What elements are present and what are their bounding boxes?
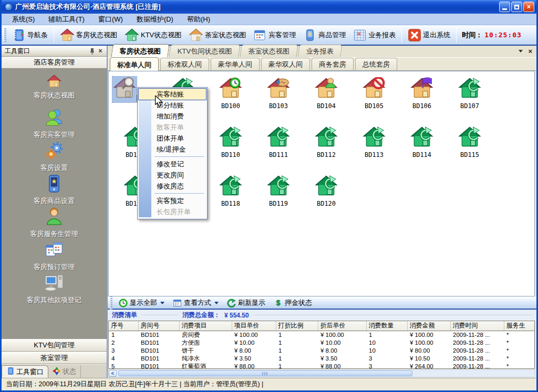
context-menu-item-11[interactable]: 宾客预定	[139, 195, 206, 206]
room-BD114[interactable]: BD114	[399, 125, 445, 158]
sidebar-item-3[interactable]: 客房商品设置	[12, 173, 96, 206]
column-header-8[interactable]: 消费时间	[450, 321, 504, 331]
menu-item-3[interactable]: 数据维护(D)	[130, 14, 180, 25]
gears-icon	[44, 140, 65, 163]
column-header-7[interactable]: 消费金额	[407, 321, 450, 331]
room-BD115[interactable]: BD115	[447, 125, 493, 158]
context-menu-item-2[interactable]: 增加消费	[139, 111, 206, 122]
room-BD107[interactable]: BD107	[447, 77, 493, 110]
room-type-tab-0[interactable]: 标准单人间	[110, 57, 159, 71]
context-menu-item-1[interactable]: 部分结账	[139, 100, 206, 111]
column-header-9[interactable]: 服务生	[504, 321, 534, 331]
context-menu-item-3: 散客开单	[139, 122, 206, 133]
room-BD112[interactable]: BD112	[303, 125, 349, 158]
view-tab-label: 业务报表	[306, 47, 334, 56]
room-type-tab-5[interactable]: 总统套房	[355, 58, 397, 70]
column-header-2[interactable]: 消费项目	[179, 321, 232, 331]
table-cell: ¥ 10.00	[318, 339, 366, 347]
view-tab-2[interactable]: 茶室状态视图	[240, 45, 298, 57]
room-BD103[interactable]: BD103	[255, 77, 302, 110]
column-header-0[interactable]: 序号	[109, 321, 138, 331]
room-BD104[interactable]: BD104	[303, 77, 349, 110]
sidebar-item-1[interactable]: 客房宾客管理	[12, 107, 96, 140]
room-BD106[interactable]: BD106	[399, 77, 445, 110]
menu-item-0[interactable]: 系统(S)	[6, 14, 41, 25]
sidebar-item-0[interactable]: 客房状态视图	[12, 74, 96, 107]
room-BD110[interactable]: BD110	[208, 125, 254, 158]
room-BD100[interactable]: BD100	[208, 77, 254, 110]
view-tab-3[interactable]: 业务报表	[298, 45, 343, 57]
panel-toolbar-button-1[interactable]: 查看方式	[169, 298, 223, 308]
toolbar-button-4[interactable]: 宾客管理	[250, 27, 299, 43]
context-menu-item-8[interactable]: 更改房间	[139, 169, 206, 181]
close-button[interactable]: ×	[523, 2, 534, 12]
sidebar-group-header-label: 酒店客房管理	[34, 58, 75, 67]
sidebar-footer-tab-0[interactable]: 工具窗口	[2, 365, 48, 378]
panel-toolbar-button-0[interactable]: 显示全部	[115, 298, 169, 308]
bottom-toolbar-grip[interactable]	[110, 296, 112, 310]
table-row-2[interactable]: 3BD101饼干¥ 8.001¥ 8.0010¥ 80.002009-11-28…	[109, 347, 534, 355]
room-type-tab-2[interactable]: 豪华单人间	[211, 58, 260, 70]
viewmode-icon	[173, 299, 182, 308]
context-menu-item-7[interactable]: 修改登记	[139, 158, 206, 169]
table-cell: 10	[366, 347, 407, 355]
toolbar-button-6[interactable]: 业务报表	[349, 27, 399, 43]
room-type-tab-4[interactable]: 商务套房	[312, 58, 354, 70]
room-BD118[interactable]: BD118	[208, 174, 254, 207]
maximize-button[interactable]	[511, 2, 522, 12]
context-menu-item-9[interactable]: 修改房态	[139, 181, 206, 192]
column-header-1[interactable]: 房间号	[138, 321, 179, 331]
toolbar-button-1[interactable]: 客房状态视图	[56, 27, 121, 44]
room-BD111[interactable]: BD111	[255, 125, 302, 158]
view-tab-0[interactable]: 客房状态视图	[111, 44, 170, 57]
table-row-1[interactable]: 2BD101方便面¥ 10.001¥ 10.0010¥ 100.002009-1…	[109, 339, 534, 347]
column-header-4[interactable]: 打折比例	[276, 321, 318, 331]
toolbar-button-0[interactable]: 导航条	[8, 27, 51, 43]
sidebar-item-5[interactable]: 客房预订管理	[12, 239, 96, 272]
sidebar-group-header[interactable]: 酒店客房管理	[2, 57, 107, 69]
scrollbar-thumb[interactable]	[118, 370, 412, 376]
sidebar-group-button-0[interactable]: KTV包间管理	[2, 339, 107, 352]
sidebar-item-2[interactable]: 客房设置	[12, 140, 96, 173]
minimize-button[interactable]	[499, 2, 510, 12]
scroll-left-icon[interactable]: <	[109, 370, 117, 377]
toolbar-button-3[interactable]: 茶室状态视图	[185, 27, 250, 44]
table-row-3[interactable]: 4BD101纯净水¥ 3.501¥ 3.503¥ 10.502009-11-28…	[109, 355, 534, 363]
context-menu-item-4[interactable]: 团体开单	[139, 133, 206, 144]
panel-toolbar-button-3[interactable]: $押金状态	[270, 298, 316, 308]
context-menu-item-12: 长包房开单	[139, 206, 206, 217]
table-horizontal-scrollbar[interactable]: <	[108, 369, 535, 377]
table-row-4[interactable]: 5BD101红葡萄酒¥ 88.001¥ 88.003¥ 264.002009-1…	[109, 363, 534, 369]
table-row-0[interactable]: 1BD101房间费¥ 100.001¥ 100.001¥ 100.002009-…	[109, 331, 534, 339]
view-tab-1[interactable]: KTV包间状态视图	[169, 45, 241, 57]
pin-icon[interactable]	[88, 47, 96, 55]
toolbar-button-2[interactable]: KTV状态视图	[121, 27, 185, 44]
menu-item-1[interactable]: 辅助工具(T)	[42, 14, 91, 25]
tabstrip-dropdown-icon[interactable]	[519, 50, 523, 52]
tabstrip-close-icon[interactable]: ×	[528, 48, 532, 55]
sidebar-footer-tab-1[interactable]: 状态	[48, 365, 81, 378]
sidebar-item-4[interactable]: 客房服务生管理	[12, 206, 96, 239]
sidebar-group-button-1[interactable]: 茶室管理	[2, 352, 107, 364]
room-type-tab-3[interactable]: 豪华双人间	[261, 58, 310, 70]
menu-item-4[interactable]: 帮助(H)	[181, 14, 216, 25]
room-type-tab-1[interactable]: 标准双人间	[160, 58, 209, 70]
context-menu-item-5[interactable]: 续/退押金	[139, 144, 206, 155]
toolbar-button-5[interactable]: 商品管理	[299, 27, 349, 43]
room-BD120[interactable]: BD120	[303, 174, 349, 207]
room-BD119[interactable]: BD119	[255, 174, 302, 207]
sidebar-close-icon[interactable]: ×	[96, 47, 105, 55]
panel-toolbar-button-2[interactable]: 刷新显示	[223, 298, 270, 308]
context-menu-item-0[interactable]: 宾客结账	[139, 89, 206, 100]
title-bar[interactable]: 广州爱启迪技术有限公司-酒店管理系统 [已注册] ×	[2, 0, 536, 14]
toolbar-grip[interactable]	[4, 28, 6, 42]
sidebar-item-label: 客房宾客管理	[34, 130, 75, 140]
column-header-6[interactable]: 消费数量	[366, 321, 407, 331]
room-BD105[interactable]: BD105	[351, 77, 397, 110]
column-header-3[interactable]: 项目单价	[232, 321, 276, 331]
menu-item-2[interactable]: 窗口(W)	[92, 14, 129, 25]
toolbar-button-7[interactable]: 退出系统	[404, 27, 454, 43]
sidebar-item-6[interactable]: 客房其他款项登记	[12, 272, 96, 305]
room-BD113[interactable]: BD113	[351, 125, 397, 158]
column-header-5[interactable]: 折后单价	[318, 321, 366, 331]
